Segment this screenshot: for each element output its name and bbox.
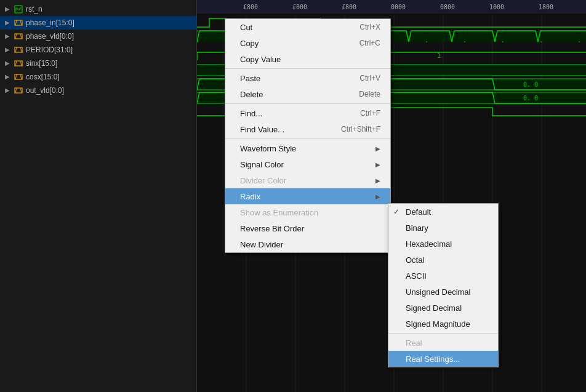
svg-text:0000: 0000 — [391, 4, 406, 10]
radix-item-ascii[interactable]: ASCII — [388, 268, 498, 284]
svg-text:0. 0: 0. 0 — [523, 81, 538, 88]
menu-label-paste: Paste — [240, 74, 260, 83]
svg-line-9 — [20, 47, 22, 52]
clock-icon — [14, 4, 23, 14]
signal-label-out_vld: out_vld[0:0] — [26, 86, 64, 95]
menu-item-find[interactable]: Find...Ctrl+F — [225, 105, 390, 121]
radix-item-real: Real — [388, 335, 498, 351]
radix-item-signed_decimal[interactable]: Signed Decimal — [388, 300, 498, 316]
menu-separator — [225, 138, 390, 139]
radix-label-default: Default — [406, 207, 431, 217]
menu-item-new_divider[interactable]: New Divider — [225, 236, 390, 252]
context-menu[interactable]: CutCtrl+XCopyCtrl+CCopy ValuePasteCtrl+V… — [225, 18, 391, 253]
menu-item-copy[interactable]: CopyCtrl+C — [225, 35, 390, 51]
bus-icon-sinx — [14, 58, 23, 68]
signal-item-phase_vld[interactable]: ▶phase_vld[0:0] — [0, 30, 196, 43]
shortcut-cut: Ctrl+X — [359, 23, 380, 31]
bus-icon-cosx — [14, 72, 23, 82]
expand-arrow-out_vld[interactable]: ▶ — [5, 87, 12, 94]
signal-item-sinx[interactable]: ▶sinx[15:0] — [0, 57, 196, 70]
expand-arrow-cosx[interactable]: ▶ — [5, 73, 12, 81]
menu-label-radix: Radix — [240, 192, 260, 201]
svg-line-6 — [20, 34, 22, 39]
radix-item-default[interactable]: Default — [388, 204, 498, 220]
svg-line-2 — [15, 20, 17, 25]
radix-label-real: Real — [406, 338, 422, 348]
shortcut-copy: Ctrl+C — [359, 39, 380, 47]
expand-arrow-phase_vld[interactable]: ▶ — [5, 33, 12, 40]
menu-label-waveform_style: Waveform Style — [240, 144, 296, 153]
menu-item-reverse_bit[interactable]: Reverse Bit Order — [225, 220, 390, 236]
svg-line-12 — [20, 61, 22, 66]
menu-item-cut[interactable]: CutCtrl+X — [225, 19, 390, 35]
svg-line-14 — [15, 74, 17, 79]
radix-item-signed_magnitude[interactable]: Signed Magnitude — [388, 316, 498, 332]
signal-label-cosx: cosx[15:0] — [26, 73, 60, 81]
menu-separator — [225, 68, 390, 69]
signal-item-PERIOD[interactable]: ▶PERIOD[31:0] — [0, 43, 196, 57]
menu-item-radix[interactable]: Radix▶ — [225, 188, 390, 204]
menu-label-cut: Cut — [240, 23, 252, 32]
svg-line-18 — [20, 88, 22, 93]
submenu-arrow-radix: ▶ — [375, 193, 380, 200]
radix-label-binary: Binary — [406, 223, 428, 233]
radix-label-signed_magnitude: Signed Magnitude — [406, 319, 470, 329]
svg-line-17 — [15, 88, 17, 93]
bus-icon-PERIOD — [14, 45, 23, 55]
menu-label-delete: Delete — [240, 90, 263, 99]
radix-label-real_settings: Real Settings... — [406, 354, 460, 364]
signal-label-sinx: sinx[15:0] — [26, 59, 57, 68]
radix-submenu[interactable]: DefaultBinaryHexadecimalOctalASCIIUnsign… — [388, 203, 499, 367]
menu-label-find: Find... — [240, 109, 262, 118]
signal-item-cosx[interactable]: ▶cosx[15:0] — [0, 70, 196, 84]
app-container: ▶rst_n▶phase_in[15:0]▶phase_vld[0:0]▶PER… — [0, 0, 586, 392]
menu-item-signal_color[interactable]: Signal Color▶ — [225, 156, 390, 172]
menu-item-find_value[interactable]: Find Value...Ctrl+Shift+F — [225, 121, 390, 137]
radix-item-real_settings[interactable]: Real Settings... — [388, 351, 498, 367]
shortcut-paste: Ctrl+V — [359, 74, 380, 82]
signal-label-PERIOD: PERIOD[31:0] — [26, 46, 73, 54]
svg-line-15 — [20, 74, 22, 79]
signal-item-out_vld[interactable]: ▶out_vld[0:0] — [0, 84, 196, 97]
expand-arrow-PERIOD[interactable]: ▶ — [5, 46, 12, 54]
menu-item-delete[interactable]: DeleteDelete — [225, 86, 390, 102]
svg-text:£000: £000 — [292, 4, 307, 10]
waveform-area: £800 £000 £800 0000 0800 1000 1800 1 — [197, 0, 586, 392]
radix-separator — [388, 333, 498, 334]
menu-item-waveform_style[interactable]: Waveform Style▶ — [225, 140, 390, 156]
signal-item-rst_n[interactable]: ▶rst_n — [0, 2, 196, 16]
radix-label-octal: Octal — [406, 255, 424, 265]
menu-item-copy_value[interactable]: Copy Value — [225, 51, 390, 67]
menu-separator — [225, 103, 390, 104]
expand-arrow-phase_in[interactable]: ▶ — [5, 19, 12, 26]
bus-icon-out_vld — [14, 86, 23, 95]
radix-item-hexadecimal[interactable]: Hexadecimal — [388, 236, 498, 252]
signal-label-phase_vld: phase_vld[0:0] — [26, 32, 74, 41]
radix-label-hexadecimal: Hexadecimal — [406, 239, 452, 249]
submenu-arrow-waveform_style: ▶ — [375, 145, 380, 152]
shortcut-delete: Delete — [359, 90, 380, 98]
svg-line-11 — [15, 61, 17, 66]
radix-item-octal[interactable]: Octal — [388, 252, 498, 268]
radix-item-unsigned_decimal[interactable]: Unsigned Decimal — [388, 284, 498, 300]
svg-line-3 — [20, 20, 22, 25]
bus-icon-phase_vld — [14, 31, 23, 41]
submenu-arrow-signal_color: ▶ — [375, 161, 380, 168]
shortcut-find: Ctrl+F — [360, 109, 380, 118]
radix-label-ascii: ASCII — [406, 271, 427, 281]
svg-text:£800: £800 — [342, 4, 356, 10]
menu-item-show_as_enum: Show as Enumeration — [225, 204, 390, 220]
menu-label-find_value: Find Value... — [240, 125, 284, 134]
svg-line-5 — [15, 34, 17, 39]
radix-item-binary[interactable]: Binary — [388, 220, 498, 236]
expand-arrow-rst_n[interactable]: ▶ — [5, 6, 12, 13]
menu-label-copy: Copy — [240, 39, 259, 48]
submenu-arrow-divider_color: ▶ — [375, 177, 380, 184]
svg-text:1: 1 — [437, 52, 441, 59]
signal-item-phase_in[interactable]: ▶phase_in[15:0] — [0, 16, 196, 30]
expand-arrow-sinx[interactable]: ▶ — [5, 60, 12, 67]
menu-item-paste[interactable]: PasteCtrl+V — [225, 70, 390, 86]
menu-label-signal_color: Signal Color — [240, 160, 284, 169]
menu-label-new_divider: New Divider — [240, 240, 283, 249]
menu-label-divider_color: Divider Color — [240, 176, 286, 185]
